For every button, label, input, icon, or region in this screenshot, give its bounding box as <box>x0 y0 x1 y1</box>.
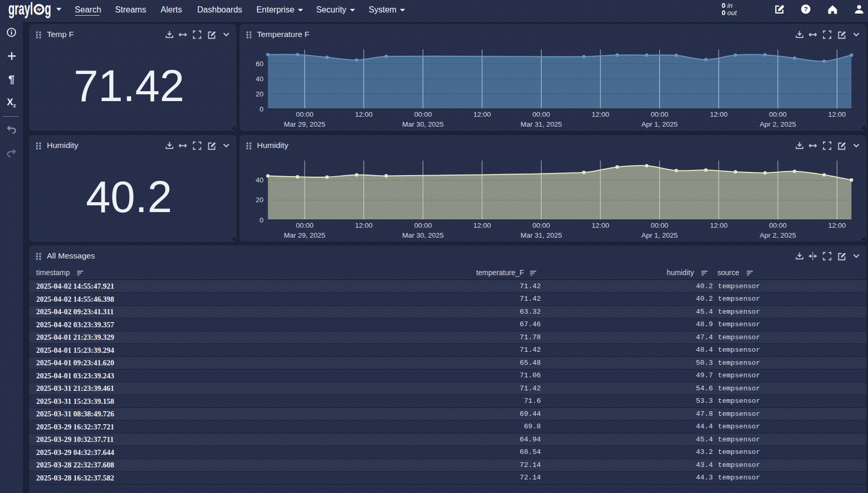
svg-text:Apr 2, 2025: Apr 2, 2025 <box>759 120 796 128</box>
svg-text:12:00: 12:00 <box>473 221 491 229</box>
svg-text:20: 20 <box>255 196 263 204</box>
svg-text:Mar 31, 2025: Mar 31, 2025 <box>520 120 562 128</box>
svg-text:00:00: 00:00 <box>296 110 313 118</box>
svg-text:12:00: 12:00 <box>592 110 609 118</box>
svg-text:00:00: 00:00 <box>414 110 432 118</box>
svg-text:00:00: 00:00 <box>650 221 668 229</box>
svg-text:12:00: 12:00 <box>828 221 846 229</box>
svg-text:00:00: 00:00 <box>650 110 668 118</box>
svg-text:12:00: 12:00 <box>828 110 846 118</box>
svg-text:Mar 29, 2025: Mar 29, 2025 <box>284 231 325 239</box>
svg-text:12:00: 12:00 <box>710 110 727 118</box>
svg-text:00:00: 00:00 <box>532 110 550 118</box>
svg-text:?: ? <box>804 6 808 13</box>
svg-text:40: 40 <box>255 75 263 83</box>
svg-text:Mar 30, 2025: Mar 30, 2025 <box>402 120 444 128</box>
svg-text:12:00: 12:00 <box>355 221 372 229</box>
svg-text:00:00: 00:00 <box>414 221 432 229</box>
svg-text:Apr 2, 2025: Apr 2, 2025 <box>759 231 796 239</box>
svg-text:Apr 1, 2025: Apr 1, 2025 <box>641 231 677 239</box>
svg-text:Apr 1, 2025: Apr 1, 2025 <box>641 120 677 128</box>
svg-text:0: 0 <box>259 105 263 113</box>
svg-text:12:00: 12:00 <box>473 110 491 118</box>
svg-text:40: 40 <box>255 176 263 184</box>
svg-text:00:00: 00:00 <box>769 221 787 229</box>
svg-text:20: 20 <box>255 90 263 98</box>
svg-text:00:00: 00:00 <box>296 221 313 229</box>
svg-text:00:00: 00:00 <box>769 110 787 118</box>
svg-text:Mar 30, 2025: Mar 30, 2025 <box>402 231 444 239</box>
svg-text:12:00: 12:00 <box>710 221 727 229</box>
svg-text:00:00: 00:00 <box>532 221 550 229</box>
svg-text:60: 60 <box>255 60 263 68</box>
svg-text:12:00: 12:00 <box>355 110 372 118</box>
svg-text:12:00: 12:00 <box>592 221 609 229</box>
svg-text:0: 0 <box>259 216 263 224</box>
svg-text:Mar 29, 2025: Mar 29, 2025 <box>284 120 325 128</box>
svg-text:Mar 31, 2025: Mar 31, 2025 <box>520 231 562 239</box>
